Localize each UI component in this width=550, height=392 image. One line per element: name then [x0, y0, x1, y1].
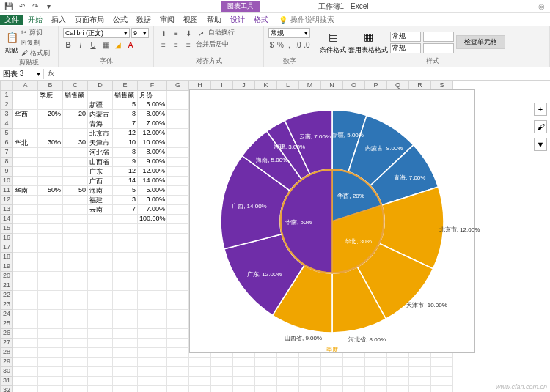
- cell[interactable]: [167, 348, 189, 358]
- cell[interactable]: [88, 215, 113, 224]
- row-header[interactable]: 14: [0, 215, 13, 224]
- row-header[interactable]: 25: [0, 319, 13, 329]
- cell[interactable]: [38, 319, 63, 329]
- tab-review[interactable]: 审阅: [155, 15, 179, 25]
- col-header[interactable]: C: [63, 81, 88, 91]
- cell[interactable]: [167, 167, 189, 177]
- cell[interactable]: [365, 386, 387, 392]
- cell[interactable]: 8.00%: [138, 148, 167, 158]
- cell[interactable]: [167, 386, 189, 392]
- cell[interactable]: 20%: [38, 110, 63, 119]
- cell[interactable]: [63, 300, 88, 310]
- cell[interactable]: [13, 224, 38, 234]
- bold-icon[interactable]: B: [63, 40, 73, 50]
- row-header[interactable]: 5: [0, 129, 13, 138]
- col-header[interactable]: E: [113, 81, 138, 91]
- row-header[interactable]: 13: [0, 205, 13, 215]
- cell[interactable]: [113, 234, 138, 243]
- cell[interactable]: [88, 367, 113, 377]
- cell[interactable]: [167, 110, 189, 119]
- cell[interactable]: [88, 253, 113, 262]
- cell[interactable]: [13, 291, 38, 300]
- cell[interactable]: [38, 291, 63, 300]
- cell[interactable]: [38, 386, 63, 392]
- cell[interactable]: [13, 348, 38, 358]
- cell[interactable]: [63, 148, 88, 158]
- cell[interactable]: [343, 358, 365, 367]
- cell[interactable]: [38, 167, 63, 177]
- cell[interactable]: 12.00%: [138, 167, 167, 177]
- cell[interactable]: [38, 224, 63, 234]
- cell[interactable]: 12.00%: [138, 129, 167, 138]
- tab-help[interactable]: 帮助: [202, 15, 226, 25]
- cell[interactable]: [138, 281, 167, 291]
- cell[interactable]: [233, 377, 255, 386]
- cell[interactable]: [211, 358, 233, 367]
- cell[interactable]: [88, 358, 113, 367]
- cell[interactable]: [88, 329, 113, 339]
- cell[interactable]: [167, 129, 189, 138]
- cell[interactable]: [113, 243, 138, 253]
- cell[interactable]: [63, 377, 88, 386]
- cell[interactable]: [211, 367, 233, 377]
- cell[interactable]: [13, 167, 38, 177]
- row-header[interactable]: 30: [0, 367, 13, 377]
- cell[interactable]: [13, 243, 38, 253]
- row-header[interactable]: 22: [0, 291, 13, 300]
- cell[interactable]: [63, 100, 88, 110]
- cell[interactable]: [63, 272, 88, 281]
- cell[interactable]: [113, 377, 138, 386]
- cell[interactable]: [38, 119, 63, 129]
- cell[interactable]: [138, 300, 167, 310]
- cell[interactable]: [167, 367, 189, 377]
- cell[interactable]: 50%: [38, 186, 63, 196]
- cell[interactable]: [13, 91, 38, 100]
- cell[interactable]: [409, 358, 431, 367]
- cell[interactable]: [38, 300, 63, 310]
- cell[interactable]: [365, 377, 387, 386]
- row-header[interactable]: 20: [0, 272, 13, 281]
- cell[interactable]: [63, 224, 88, 234]
- col-header[interactable]: F: [138, 81, 167, 91]
- row-header[interactable]: 31: [0, 377, 13, 386]
- cell[interactable]: [409, 377, 431, 386]
- cell[interactable]: [38, 253, 63, 262]
- cell[interactable]: [38, 129, 63, 138]
- cell[interactable]: [189, 377, 211, 386]
- cell[interactable]: [63, 119, 88, 129]
- cell[interactable]: [387, 367, 409, 377]
- cell[interactable]: [113, 367, 138, 377]
- row-header[interactable]: 19: [0, 262, 13, 272]
- cell[interactable]: 100.00%: [138, 215, 167, 224]
- cell[interactable]: 10.00%: [138, 138, 167, 148]
- cell[interactable]: [63, 339, 88, 348]
- cell[interactable]: [88, 348, 113, 358]
- cell[interactable]: 广东: [88, 167, 113, 177]
- cell[interactable]: 7: [113, 205, 138, 215]
- cell[interactable]: [63, 158, 88, 167]
- font-size-select[interactable]: 9▾: [131, 28, 149, 38]
- cell[interactable]: [113, 348, 138, 358]
- cell[interactable]: [167, 100, 189, 110]
- cell[interactable]: [38, 358, 63, 367]
- row-header[interactable]: 23: [0, 300, 13, 310]
- tab-formulas[interactable]: 公式: [109, 15, 132, 25]
- row-header[interactable]: 29: [0, 358, 13, 367]
- align-middle-icon[interactable]: ≡: [171, 28, 181, 38]
- row-header[interactable]: 11: [0, 186, 13, 196]
- align-bottom-icon[interactable]: ⬇: [183, 28, 194, 38]
- cell[interactable]: [343, 377, 365, 386]
- cell[interactable]: [88, 262, 113, 272]
- cell[interactable]: [167, 243, 189, 253]
- align-top-icon[interactable]: ⬆: [158, 28, 169, 38]
- cell[interactable]: 广西: [88, 177, 113, 186]
- cell[interactable]: [13, 377, 38, 386]
- cell[interactable]: [138, 310, 167, 319]
- font-name-select[interactable]: Calibri (正文)▾: [63, 28, 130, 38]
- cell[interactable]: [167, 319, 189, 329]
- cell[interactable]: [88, 386, 113, 392]
- cell[interactable]: [63, 205, 88, 215]
- cell[interactable]: [38, 348, 63, 358]
- percent-icon[interactable]: %: [277, 40, 284, 50]
- cell[interactable]: [63, 167, 88, 177]
